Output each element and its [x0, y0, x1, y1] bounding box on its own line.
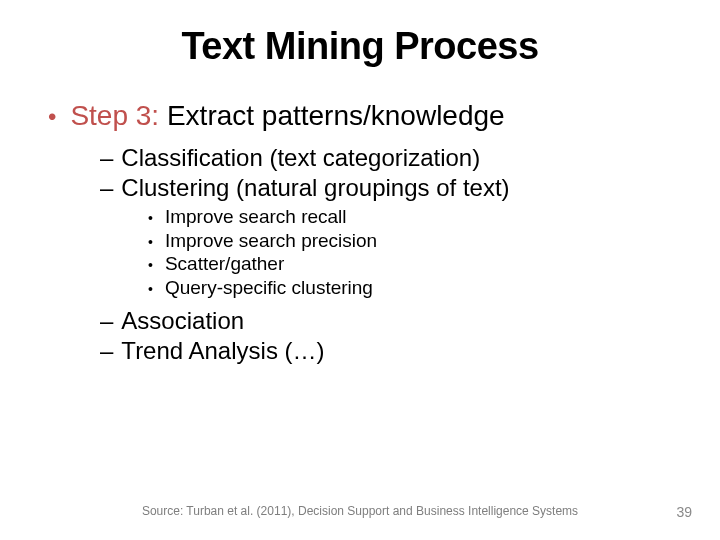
sub-item-trend: – Trend Analysis (…)	[100, 337, 680, 365]
slide-title: Text Mining Process	[40, 25, 680, 68]
bullet-icon: •	[148, 280, 153, 300]
sub-list: – Classification (text categorization) –…	[40, 144, 680, 365]
footer-source: Source: Turban et al. (2011), Decision S…	[0, 504, 720, 518]
sub-item-clustering: – Clustering (natural groupings of text)	[100, 174, 680, 202]
main-bullet-text: Step 3: Extract patterns/knowledge	[70, 100, 504, 132]
bullet-icon: •	[148, 256, 153, 276]
inner-list: • Improve search recall • Improve search…	[100, 206, 680, 299]
bullet-icon: •	[148, 209, 153, 229]
inner-item-label: Improve search recall	[165, 206, 347, 228]
sub-item-label: Association	[121, 307, 244, 335]
sub-item-label: Classification (text categorization)	[121, 144, 480, 172]
dash-icon: –	[100, 174, 113, 202]
inner-item-recall: • Improve search recall	[148, 206, 680, 229]
step-text: Extract patterns/knowledge	[159, 100, 505, 131]
dash-icon: –	[100, 144, 113, 172]
inner-item-queryspec: • Query-specific clustering	[148, 277, 680, 300]
sub-item-classification: – Classification (text categorization)	[100, 144, 680, 172]
inner-item-precision: • Improve search precision	[148, 230, 680, 253]
bullet-icon: •	[148, 233, 153, 253]
step-label: Step 3:	[70, 100, 159, 131]
sub-item-label: Clustering (natural groupings of text)	[121, 174, 509, 202]
sub-item-association: – Association	[100, 307, 680, 335]
inner-item-label: Improve search precision	[165, 230, 377, 252]
dash-icon: –	[100, 307, 113, 335]
bullet-icon: •	[48, 105, 56, 129]
inner-item-label: Query-specific clustering	[165, 277, 373, 299]
slide: Text Mining Process • Step 3: Extract pa…	[0, 0, 720, 540]
dash-icon: –	[100, 337, 113, 365]
page-number: 39	[676, 504, 692, 520]
inner-item-label: Scatter/gather	[165, 253, 284, 275]
inner-item-scatter: • Scatter/gather	[148, 253, 680, 276]
main-bullet: • Step 3: Extract patterns/knowledge	[40, 100, 680, 132]
sub-item-label: Trend Analysis (…)	[121, 337, 324, 365]
